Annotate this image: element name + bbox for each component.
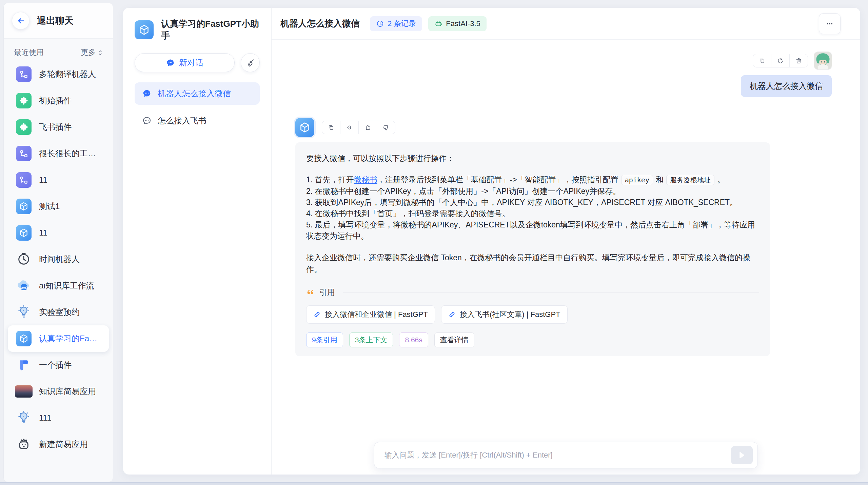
text-segment: ，注册登录后找到菜单栏「基础配置」->「智能配置」，按照指引配置 [377,175,618,184]
clear-history-button[interactable] [241,53,260,72]
sidebar-item[interactable]: 知识库简易应用 [8,378,109,405]
quote-icon [306,288,315,297]
sidebar: 退出聊天 最近使用 更多 多轮翻译机器人初始插件飞书插件很长很长的工作流11测试… [3,3,113,482]
markdown-step-line: 5. 最后，填写环境变量，将微秘书的APIKey、APISECRET以及企微to… [306,219,759,242]
sidebar-item[interactable]: 新建简易应用 [8,431,109,458]
text-segment: 5. 最后，填写环境变量，将微秘书的APIKey、APISECRET以及企微to… [306,220,755,240]
response-badge-list: 9条引用3条上下文8.66s查看详情 [306,332,759,347]
sidebar-item-label: 新建简易应用 [39,439,88,450]
sidebar-item[interactable]: 111 [8,405,109,431]
more-button[interactable]: 更多 [81,47,104,58]
app-header: 认真学习的FastGPT小助手 [135,18,260,42]
sidebar-item-label: 认真学习的FastGPT小助手 [39,333,101,344]
toolbar-dislike-button[interactable] [377,121,395,134]
exit-chat-title: 退出聊天 [37,15,74,27]
markdown-step-line: 2. 在微秘书中创建一个APIKey，点击「外部使用」->「API访问」创建一个… [306,186,759,197]
toolbar-voice-button[interactable] [340,121,358,134]
citation-chip[interactable]: 接入飞书(社区文章) | FastGPT [441,305,568,324]
response-stat-badge[interactable]: 查看详情 [434,332,474,347]
photo-icon [15,385,33,398]
cube-icon [16,225,32,241]
quote-divider-line [343,292,759,292]
sidebar-item[interactable]: 时间机器人 [8,246,109,272]
sidebar-item[interactable]: 初始插件 [8,87,109,114]
sidebar-item[interactable]: 一个插件 [8,352,109,378]
sidebar-item-label: 111 [39,413,51,423]
sidebar-item[interactable]: 测试1 [8,193,109,220]
inline-link[interactable]: 微秘书 [354,175,377,184]
text-segment: 3. 获取到APIKey后，填写到微秘书的「个人中心」中，APIKEY 对应 A… [306,198,737,207]
sidebar-item[interactable]: ai知识库工作流 [8,272,109,299]
model-badge-label: FastAI-3.5 [446,19,480,28]
dislike-icon [382,124,390,131]
toolbar-like-button[interactable] [358,121,377,134]
conversation-item[interactable]: 怎么接入飞书 [135,109,260,132]
clock-icon [16,251,32,267]
sidebar-item-label: 知识库简易应用 [39,386,96,397]
plugin-icon [16,119,32,135]
citation-label: 接入飞书(社区文章) | FastGPT [460,309,560,320]
robot-icon [434,20,442,28]
workflow-icon [16,146,32,161]
quote-label: 引用 [319,286,335,298]
workflow-icon [16,172,32,188]
sidebar-item[interactable]: 实验室预约 [8,299,109,325]
plugin-icon [16,93,32,108]
markdown-step-line: 1. 首先，打开微秘书，注册登录后找到菜单栏「基础配置」->「智能配置」，按照指… [306,174,759,186]
knowledge-cloud-icon [16,278,32,294]
sidebar-item[interactable]: 认真学习的FastGPT小助手 [8,325,109,352]
message-list: 机器人怎么接入微信 要接入微信，可以按照以下步骤进行操作： 1. 首先，打开微秘… [272,40,860,442]
conversation-item[interactable]: 机器人怎么接入微信 [135,82,260,105]
sidebar-item[interactable]: 多轮翻译机器人 [8,61,109,87]
ellipsis-icon [825,19,835,29]
back-button[interactable] [12,12,29,29]
chat-input[interactable] [384,450,731,460]
citation-chip[interactable]: 接入微信和企业微信 | FastGPT [306,305,435,324]
user-avatar [814,52,832,69]
new-chat-label: 新对话 [179,57,203,68]
like-icon [364,124,371,131]
sidebar-item[interactable]: 11 [8,167,109,193]
broom-icon [246,58,255,67]
sidebar-item[interactable]: 很长很长的工作流 [8,140,109,167]
assistant-message: 要接入微信，可以按照以下步骤进行操作： 1. 首先，打开微秘书，注册登录后找到菜… [295,118,832,356]
input-bar [272,442,860,474]
sort-icon [96,49,104,57]
chat-menu-button[interactable] [819,13,841,34]
quote-divider: 引用 [306,286,759,298]
link-icon [313,311,321,318]
sidebar-item-label: 11 [39,175,47,185]
response-stat-badge[interactable]: 3条上下文 [349,332,393,347]
toolbar-retry-button[interactable] [771,54,789,67]
response-stat-badge[interactable]: 8.66s [399,332,428,347]
response-stat-badge[interactable]: 9条引用 [306,332,343,347]
send-button[interactable] [731,446,753,464]
text-segment: 2. 在微秘书中创建一个APIKey，点击「外部使用」->「API访问」创建一个… [306,187,620,196]
citation-label: 接入微信和企业微信 | FastGPT [325,309,428,320]
answer-intro: 要接入微信，可以按照以下步骤进行操作： [306,153,759,164]
clock-icon [376,20,384,28]
link-icon [448,311,456,318]
assistant-message-toolbar [322,121,395,134]
bulb-icon [16,410,32,426]
model-badge: FastAI-3.5 [428,16,486,31]
toolbar-copy-button[interactable] [322,121,340,134]
sidebar-item[interactable]: 11 [8,220,109,246]
cube-icon [16,331,32,346]
robot-icon [16,437,32,452]
toolbar-copy-button[interactable] [753,54,771,67]
sidebar-item[interactable]: 飞书插件 [8,114,109,140]
sidebar-header: 退出聊天 [4,3,113,39]
copy-icon [758,57,766,64]
sidebar-item-label: 实验室预约 [39,307,80,318]
copy-icon [328,124,335,131]
assistant-message-bubble: 要接入微信，可以按照以下步骤进行操作： 1. 首先，打开微秘书，注册登录后找到菜… [295,142,770,356]
sidebar-item-label: 测试1 [39,201,60,212]
toolbar-delete-button[interactable] [789,54,808,67]
conversation-list: 机器人怎么接入微信怎么接入飞书 [135,82,260,132]
records-badge[interactable]: 2 条记录 [370,16,422,31]
new-chat-button[interactable]: 新对话 [135,53,235,72]
steps-list: 1. 首先，打开微秘书，注册登录后找到菜单栏「基础配置」->「智能配置」，按照指… [306,174,759,242]
chat-bubble-icon [166,58,175,67]
citation-list: 接入微信和企业微信 | FastGPT接入飞书(社区文章) | FastGPT [306,305,759,324]
